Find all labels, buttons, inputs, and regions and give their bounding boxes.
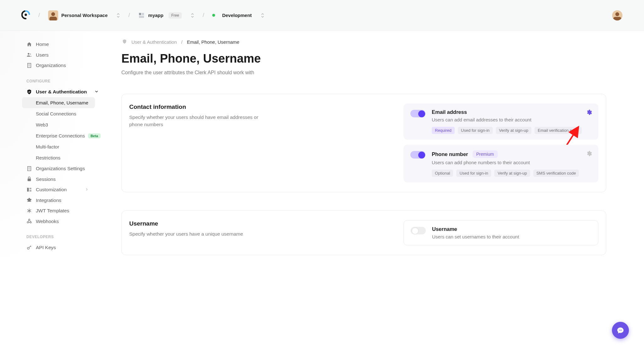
lock-icon <box>26 176 32 182</box>
plan-badge: Free <box>169 12 182 19</box>
svg-rect-6 <box>139 16 144 18</box>
sidebar-item-sessions[interactable]: Sessions <box>0 174 117 185</box>
sidebar-item-home[interactable]: Home <box>0 39 117 50</box>
svg-rect-4 <box>139 13 141 15</box>
sidebar-group-developers: DEVELOPERS <box>0 226 117 242</box>
shield-icon <box>26 89 32 95</box>
svg-point-24 <box>620 330 621 330</box>
page-title: Email, Phone, Username <box>121 52 606 65</box>
sidebar-item-webhooks[interactable]: Webhooks <box>0 216 117 227</box>
phone-settings-gear[interactable] <box>586 150 592 158</box>
svg-rect-9 <box>613 17 621 20</box>
tag: Used for sign-in <box>458 127 493 134</box>
svg-rect-3 <box>49 17 57 20</box>
tag: SMS verification code <box>533 170 579 177</box>
sidebar-sub-multi-factor[interactable]: Multi-factor <box>0 141 117 152</box>
svg-point-10 <box>28 53 29 55</box>
chevron-down-icon <box>94 89 99 95</box>
svg-point-8 <box>615 12 619 16</box>
svg-rect-5 <box>142 13 144 15</box>
sidebar-item-label: Organizations Settings <box>26 166 85 171</box>
crumb-sep-icon: / <box>181 39 182 45</box>
sidebar-sub-label: Restrictions <box>36 155 60 160</box>
phone-toggle[interactable] <box>410 151 425 159</box>
chat-fab-button[interactable] <box>612 322 629 339</box>
status-dot-icon <box>212 14 215 17</box>
app-selector[interactable]: myapp Free <box>138 12 194 19</box>
svg-point-25 <box>621 330 622 330</box>
sidebar-sub-social-connections[interactable]: Social Connections <box>0 108 117 119</box>
beta-badge: Beta <box>88 133 101 138</box>
building-icon <box>26 63 32 68</box>
sidebar-item-label: JWT Templates <box>26 208 69 213</box>
contact-card-desc: Specify whether your users should have e… <box>129 114 261 128</box>
phone-setting-desc: Users can add phone numbers to their acc… <box>432 160 591 165</box>
customization-icon <box>26 187 32 193</box>
env-selector[interactable]: Development <box>212 13 264 18</box>
sidebar-item-jwt[interactable]: JWT Templates <box>0 205 117 216</box>
email-settings-gear[interactable] <box>586 109 592 116</box>
breadcrumb-root[interactable]: User & Authentication <box>131 39 177 45</box>
sidebar-item-integrations[interactable]: Integrations <box>0 195 117 206</box>
selector-updown-icon <box>116 13 120 18</box>
sidebar-item-org-settings[interactable]: Organizations Settings <box>0 163 117 174</box>
user-avatar[interactable] <box>612 10 623 21</box>
premium-badge: Premium <box>473 150 498 158</box>
webhook-icon <box>26 218 32 224</box>
sidebar-item-label: Organizations <box>26 63 66 68</box>
home-icon <box>26 42 32 47</box>
username-card-title: Username <box>129 220 388 227</box>
shield-icon <box>122 39 127 45</box>
phone-setting-title: Phone number <box>432 151 468 157</box>
username-setting-desc: Users can set usernames to their account <box>432 234 591 239</box>
email-setting-desc: Users can add email addresses to their a… <box>432 117 591 122</box>
sidebar-sub-label: Multi-factor <box>36 144 59 149</box>
sidebar-sub-restrictions[interactable]: Restrictions <box>0 152 117 163</box>
crumb-sep-icon: / <box>38 12 40 19</box>
svg-point-18 <box>27 222 29 223</box>
puzzle-icon <box>26 197 32 203</box>
username-setting-tile: Username Users can set usernames to thei… <box>403 220 598 245</box>
sidebar-sub-label: Social Connections <box>36 111 76 116</box>
email-setting-title: Email address <box>432 109 467 115</box>
sidebar-sub-label: Enterprise Connections <box>36 133 85 138</box>
sidebar-sub-enterprise-connections[interactable]: Enterprise Connections Beta <box>0 130 117 141</box>
svg-point-0 <box>25 14 27 16</box>
sidebar-item-users[interactable]: Users <box>0 50 117 60</box>
users-icon <box>26 52 32 58</box>
sidebar: Home Users Organizations CONFIGURE User … <box>0 31 117 352</box>
phone-tags: Optional Used for sign-in Verify at sign… <box>432 170 591 177</box>
asterisk-icon <box>26 208 32 214</box>
username-toggle[interactable] <box>411 227 426 234</box>
svg-point-19 <box>30 222 31 223</box>
svg-rect-12 <box>28 63 31 68</box>
sidebar-sub-label: Web3 <box>36 122 48 127</box>
sidebar-sub-email-phone-username[interactable]: Email, Phone, Username <box>22 97 95 108</box>
email-toggle[interactable] <box>410 110 425 117</box>
svg-point-2 <box>51 12 55 16</box>
sidebar-item-organizations[interactable]: Organizations <box>0 60 117 71</box>
sidebar-item-customization[interactable]: Customization <box>0 184 117 195</box>
workspace-avatar-icon <box>48 10 58 20</box>
sidebar-group-configure: CONFIGURE <box>0 71 117 87</box>
svg-point-11 <box>30 53 31 55</box>
sidebar-sub-web3[interactable]: Web3 <box>0 119 117 130</box>
sidebar-item-user-auth[interactable]: User & Authentication <box>0 87 117 98</box>
breadcrumb-current: Email, Phone, Username <box>187 39 239 45</box>
sidebar-item-api-keys[interactable]: API Keys <box>0 242 117 253</box>
email-setting-tile: Email address Users can add email addres… <box>403 103 598 140</box>
building-icon <box>26 166 32 171</box>
workspace-selector[interactable]: Personal Workspace <box>48 10 120 20</box>
workspace-name: Personal Workspace <box>61 13 108 18</box>
svg-rect-13 <box>28 166 31 171</box>
tag: Email verification code <box>535 127 582 134</box>
email-tags: Required Used for sign-in Verify at sign… <box>432 127 591 134</box>
tag: Required <box>432 127 455 134</box>
app-tile-icon <box>138 12 145 19</box>
username-setting-title: Username <box>432 226 457 232</box>
tag: Verify at sign-up <box>496 127 531 134</box>
key-icon <box>26 245 32 250</box>
svg-rect-14 <box>28 179 31 181</box>
tag: Optional <box>432 170 453 177</box>
env-name: Development <box>222 13 252 18</box>
